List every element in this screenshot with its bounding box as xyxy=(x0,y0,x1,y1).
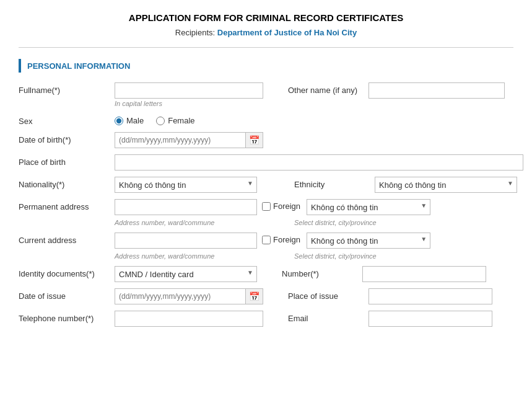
place-of-issue-input[interactable] xyxy=(368,288,492,304)
identity-docs-select[interactable]: CMND / Identity card xyxy=(115,266,257,282)
current-foreign-spacer xyxy=(257,251,294,260)
current-foreign-select-wrapper-outer: Không có thông tin xyxy=(307,233,430,249)
nationality-select-wrapper: Không có thông tin xyxy=(115,177,257,193)
place-of-issue-label: Place of issue xyxy=(288,288,368,301)
dob-input[interactable] xyxy=(115,132,246,148)
current-foreign-checkbox[interactable] xyxy=(262,236,271,244)
current-foreign-hint: Select district, city/province xyxy=(294,252,424,260)
current-address-input[interactable] xyxy=(115,233,257,249)
identity-docs-label: Identity documents(*) xyxy=(19,266,115,278)
dob-calendar-button[interactable]: 📅 xyxy=(246,132,263,148)
sex-label: Sex xyxy=(19,113,115,126)
recipients-prefix: Recipients: xyxy=(175,28,217,37)
nationality-label: Nationality(*) xyxy=(19,177,115,189)
ethnicity-select[interactable]: Không có thông tin xyxy=(375,177,517,193)
fullname-row: Fullname(*) In capital letters Other nam… xyxy=(19,82,513,107)
recipients-line: Recipients: Department of Justice of Ha … xyxy=(19,28,513,37)
male-label: Male xyxy=(126,116,144,125)
permanent-foreign-hint: Select district, city/province xyxy=(294,219,424,226)
telephone-label: Telephone number(*) xyxy=(19,311,115,323)
female-radio[interactable] xyxy=(156,117,165,125)
permanent-address-label: Permanent address xyxy=(19,199,115,211)
permanent-hints-row: Address number, ward/commune Select dist… xyxy=(19,218,513,226)
place-of-birth-row: Place of birth xyxy=(19,154,513,171)
permanent-address-section: Permanent address Foreign Không có thông… xyxy=(19,199,513,226)
date-of-issue-wrapper: 📅 xyxy=(115,288,263,304)
number-label: Number(*) xyxy=(282,266,362,278)
current-address-section: Current address Foreign Không có thông t… xyxy=(19,233,513,260)
current-foreign-select[interactable]: Không có thông tin xyxy=(307,233,430,249)
personal-info-section-header: PERSONAL INFORMATION xyxy=(19,59,513,73)
nationality-select[interactable]: Không có thông tin xyxy=(115,177,257,193)
date-place-issue-row: Date of issue 📅 Place of issue xyxy=(19,288,513,304)
current-hints-row: Address number, ward/commune Select dist… xyxy=(19,251,513,260)
sex-row: Sex Male Female xyxy=(19,113,513,126)
current-address-label: Current address xyxy=(19,233,115,245)
male-option[interactable]: Male xyxy=(115,116,144,125)
fullname-label: Fullname(*) xyxy=(19,82,115,95)
telephone-email-row: Telephone number(*) Email xyxy=(19,311,513,327)
permanent-foreign-select-wrapper: Không có thông tin xyxy=(307,199,430,215)
nationality-ethnicity-row: Nationality(*) Không có thông tin Ethnic… xyxy=(19,177,513,193)
place-of-birth-input[interactable] xyxy=(115,154,523,171)
divider xyxy=(19,47,513,48)
permanent-label-spacer xyxy=(19,218,115,226)
current-foreign-select-wrapper: Không có thông tin xyxy=(307,233,430,249)
dob-row: Date of birth(*) 📅 xyxy=(19,132,513,148)
telephone-input[interactable] xyxy=(115,311,263,327)
email-label: Email xyxy=(288,311,368,323)
date-of-issue-label: Date of issue xyxy=(19,288,115,301)
ethnicity-select-wrapper: Không có thông tin xyxy=(375,177,517,193)
current-address-row: Current address Foreign Không có thông t… xyxy=(19,233,513,249)
permanent-address-row: Permanent address Foreign Không có thông… xyxy=(19,199,513,215)
permanent-address-input[interactable] xyxy=(115,199,257,215)
number-input[interactable] xyxy=(362,266,486,282)
permanent-foreign-select[interactable]: Không có thông tin xyxy=(307,199,430,215)
fullname-input[interactable] xyxy=(115,82,263,99)
current-label-spacer xyxy=(19,251,115,260)
other-name-label: Other name (if any) xyxy=(288,82,368,95)
ethnicity-label: Ethnicity xyxy=(294,177,375,189)
date-of-issue-calendar-button[interactable]: 📅 xyxy=(246,288,263,304)
dob-wrapper: 📅 xyxy=(115,132,263,148)
fullname-hint: In capital letters xyxy=(115,100,263,107)
female-label: Female xyxy=(168,116,194,125)
male-radio[interactable] xyxy=(115,117,123,125)
page-title: APPLICATION FORM FOR CRIMINAL RECORD CER… xyxy=(19,12,513,23)
personal-info-title: PERSONAL INFORMATION xyxy=(27,61,130,71)
email-input[interactable] xyxy=(368,311,492,327)
permanent-foreign-spacer xyxy=(257,218,294,226)
current-foreign-label: Foreign xyxy=(273,235,300,244)
permanent-foreign-select-wrapper-outer: Không có thông tin xyxy=(307,199,437,215)
identity-number-row: Identity documents(*) CMND / Identity ca… xyxy=(19,266,513,282)
date-of-issue-input[interactable] xyxy=(115,288,246,304)
permanent-address-hint: Address number, ward/commune xyxy=(115,219,257,226)
dob-label: Date of birth(*) xyxy=(19,132,115,144)
identity-select-wrapper: CMND / Identity card xyxy=(115,266,257,282)
section-bar xyxy=(19,59,21,73)
sex-radio-group: Male Female xyxy=(115,113,513,125)
female-option[interactable]: Female xyxy=(156,116,194,125)
place-of-birth-label: Place of birth xyxy=(19,154,115,167)
current-address-hint: Address number, ward/commune xyxy=(115,252,257,260)
permanent-foreign-label: Foreign xyxy=(273,202,300,211)
recipients-link[interactable]: Department of Justice of Ha Noi City xyxy=(217,28,357,37)
permanent-foreign-checkbox-group: Foreign xyxy=(262,199,300,211)
permanent-foreign-checkbox[interactable] xyxy=(262,202,271,211)
current-foreign-checkbox-group: Foreign xyxy=(262,233,300,244)
other-name-input[interactable] xyxy=(368,82,505,99)
